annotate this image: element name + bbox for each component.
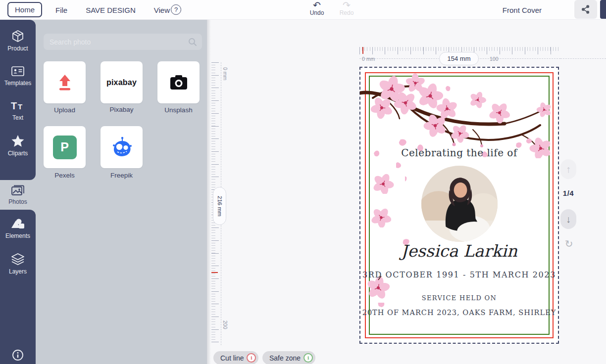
memorial-photo[interactable] [421,166,498,242]
sidebar-item-cliparts[interactable]: Cliparts [0,135,36,157]
undo-label: Undo [306,9,328,16]
search-box [44,34,202,50]
sidebar-label: Layers [9,268,27,275]
card-service-line[interactable]: SERVICE HELD ON [360,294,558,302]
previous-page-button[interactable]: ↑ [560,159,576,179]
sidebar: Product Templates T T Text [0,20,36,364]
tile-label-unsplash: Unsplash [157,106,200,114]
layers-icon [11,253,25,266]
v-ruler-zero-label: 0 mm [222,67,228,80]
vertical-ruler-cursor-mark [211,272,218,273]
tile-label-upload: Upload [44,106,86,114]
menubar: File SAVE DESIGN View [55,0,170,20]
sidebar-item-elements[interactable]: Elements [0,218,36,239]
svg-text:T: T [18,102,22,111]
cut-line-info-icon[interactable]: i [247,353,256,363]
freepik-logo [110,136,133,159]
h-ruler-100-label: 100 [490,56,499,62]
help-icon[interactable]: ? [171,4,181,15]
card-heading[interactable]: Celebrating the life of [360,147,558,159]
tile-label-freepik: Freepik [101,172,143,179]
app-window: Home File SAVE DESIGN View ? ↶ Undo ↷ Re… [0,0,606,364]
info-button[interactable] [0,349,36,361]
collapsed-panel-tab[interactable] [600,0,606,19]
horizontal-ruler-baseline [560,58,606,59]
page-title: Front Cover [503,0,542,20]
topbar: Home File SAVE DESIGN View ? ↶ Undo ↷ Re… [0,0,606,20]
portrait-image [421,166,498,242]
search-icon[interactable] [188,38,197,46]
card-location-line[interactable]: 20TH OF MARCH 2023, OAKS FARM, SHIRLEY [360,309,558,317]
page-width-pill[interactable]: 154 mm [439,52,479,65]
redo-label: Redo [336,9,357,16]
svg-text:T: T [11,100,17,111]
sidebar-label: Elements [5,232,30,239]
text-icon: T T [10,100,25,112]
photos-panel: pixabay Upload Pixabay Unsplash P [36,20,207,364]
cut-line-toggle[interactable]: Cut line i [213,351,258,364]
camera-icon [169,75,188,91]
sidebar-label: Cliparts [8,150,28,157]
undo-button[interactable]: ↶ Undo [306,1,328,16]
cut-line-label: Cut line [220,354,244,362]
upload-tile[interactable] [44,61,86,103]
arrow-down-icon: ↓ [566,214,571,225]
sidebar-label: Templates [4,80,32,87]
sidebar-top-group: Product Templates T T Text [0,20,36,180]
sidebar-item-product[interactable]: Product [0,30,36,52]
sidebar-label: Photos [8,198,27,205]
page-height-value: 216 mm [217,196,223,217]
page-indicator: 1/4 [559,189,577,197]
info-icon [12,349,24,361]
petal [396,159,406,169]
product-box-icon [11,30,24,43]
undo-icon: ↶ [306,1,328,10]
v-ruler-200-label: 200 [222,320,228,329]
redo-icon: ↷ [336,1,357,10]
sidebar-item-templates[interactable]: Templates [0,65,36,87]
card-dates[interactable]: 3RD OCTOBER 1991 - 5TH MARCH 2023 [360,270,558,279]
tile-label-pixabay: Pixabay [101,106,143,113]
search-input[interactable] [44,38,188,46]
card-name[interactable]: Jessica Larkin [360,241,558,261]
sidebar-item-layers[interactable]: Layers [0,253,36,275]
safe-zone-toggle[interactable]: Safe zone i [262,351,315,364]
sidebar-label: Product [7,45,28,52]
tile-label-pexels: Pexels [44,172,86,179]
sidebar-item-text[interactable]: T T Text [0,100,36,121]
next-page-button[interactable]: ↓ [560,209,576,229]
photos-icon [11,184,25,196]
blossom-cluster [370,172,395,194]
sidebar-bottom-group: Elements Layers [0,210,36,364]
rotate-icon: ↺ [565,238,573,250]
safe-zone-label: Safe zone [269,354,301,362]
freepik-tile[interactable] [101,126,143,168]
pexels-tile[interactable]: P [44,126,86,168]
share-icon [581,4,591,14]
home-button[interactable]: Home [7,2,42,17]
menu-file[interactable]: File [55,6,67,14]
page-height-pill[interactable]: 216 mm [213,187,226,225]
templates-card-icon [11,65,25,77]
h-ruler-zero-label: 0 mm [362,56,375,62]
arrow-up-icon: ↑ [566,164,571,175]
safe-zone-info-icon[interactable]: i [303,353,313,363]
pexels-logo: P [53,136,77,159]
rotate-page-button[interactable]: ↺ [562,237,575,250]
share-button[interactable] [574,0,597,19]
sidebar-item-photos[interactable]: Photos [0,180,36,210]
unsplash-tile[interactable] [157,61,200,103]
star-icon [11,135,25,147]
petal [405,174,415,184]
pixabay-logo: pixabay [106,78,137,87]
blossom-cluster [369,206,393,228]
horizontal-ruler-cursor-mark [362,47,363,54]
sidebar-label: Text [12,114,23,121]
upload-icon [55,74,75,91]
menu-save-design[interactable]: SAVE DESIGN [86,6,136,14]
shapes-icon [11,218,25,230]
pixabay-tile[interactable]: pixabay [101,61,143,103]
redo-button[interactable]: ↷ Redo [336,1,357,16]
menu-view[interactable]: View [154,6,170,14]
